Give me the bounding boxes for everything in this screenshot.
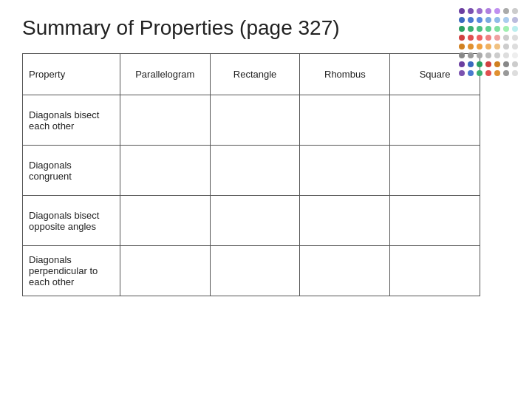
cell-r0-c2 [210,95,300,146]
col-header-property: Property [23,54,120,95]
cell-r3-c2 [210,246,300,296]
cell-r2-c2 [210,196,300,246]
table-row: Diagonals bisect each other [23,95,480,146]
col-header-rhombus: Rhombus [300,54,390,95]
cell-r2-c1 [120,196,210,246]
cell-r1-c4 [390,146,480,196]
cell-r3-c0: Diagonals perpendicular to each other [23,246,120,296]
cell-r0-c3 [300,95,390,146]
dot-grid-decoration [458,7,525,81]
cell-r3-c4 [390,246,480,296]
table-wrapper: Property Parallelogram Rectangle Rhombus… [0,53,532,296]
cell-r1-c0: Diagonals congruent [23,146,120,196]
cell-r3-c3 [300,246,390,296]
cell-r2-c0: Diagonals bisect opposite angles [23,196,120,246]
table-row: Diagonals congruent [23,146,480,196]
table-header-row: Property Parallelogram Rectangle Rhombus… [23,54,480,95]
table-row: Diagonals perpendicular to each other [23,246,480,296]
cell-r0-c1 [120,95,210,146]
cell-r2-c4 [390,196,480,246]
cell-r1-c3 [300,146,390,196]
cell-r3-c1 [120,246,210,296]
cell-r2-c3 [300,196,390,246]
cell-r0-c4 [390,95,480,146]
col-header-rectangle: Rectangle [210,54,300,95]
cell-r1-c2 [210,146,300,196]
properties-table: Property Parallelogram Rectangle Rhombus… [22,53,480,296]
cell-r1-c1 [120,146,210,196]
page-title: Summary of Properties (page 327) [0,0,532,53]
cell-r0-c0: Diagonals bisect each other [23,95,120,146]
col-header-parallelogram: Parallelogram [120,54,210,95]
table-row: Diagonals bisect opposite angles [23,196,480,246]
